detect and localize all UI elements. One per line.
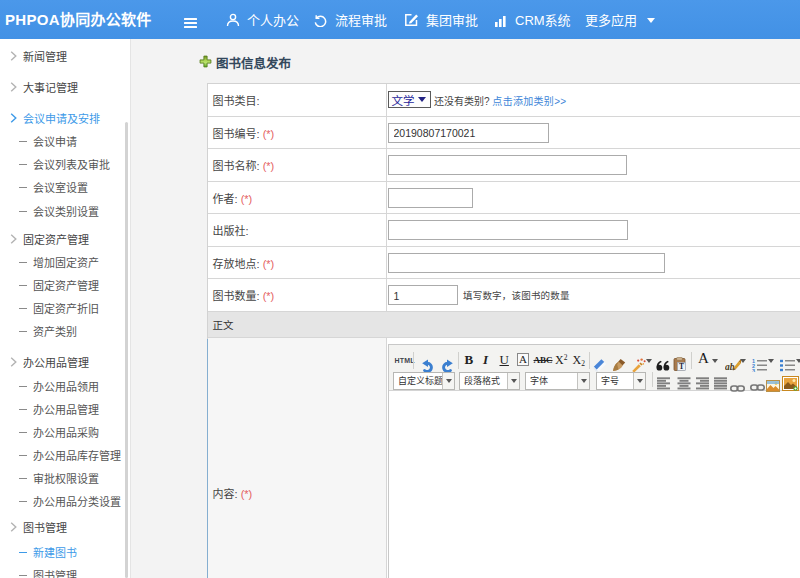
svg-text:T: T xyxy=(678,362,683,371)
svg-text:ab: ab xyxy=(725,362,735,372)
svg-text:3: 3 xyxy=(752,367,755,372)
